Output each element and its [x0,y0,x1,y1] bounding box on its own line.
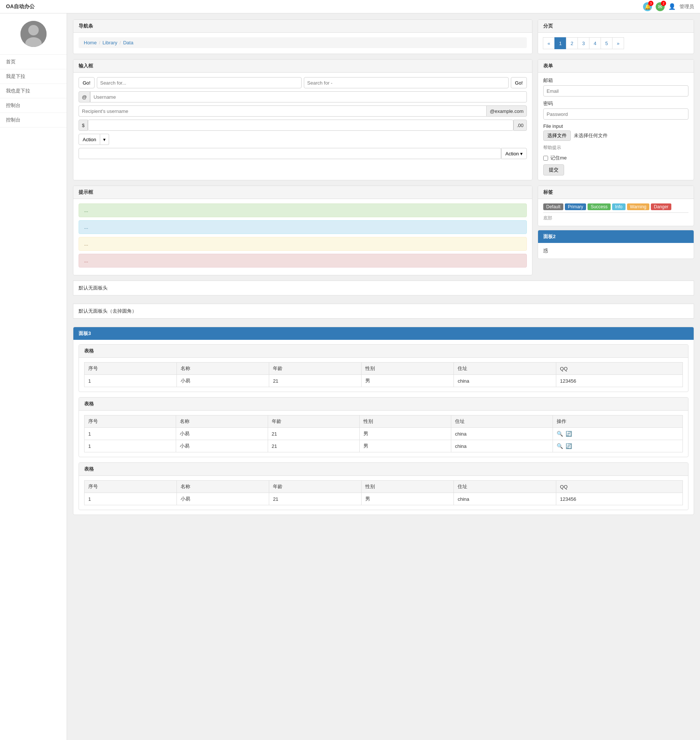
search-op-icon2[interactable]: 🔍 [557,443,563,449]
default-panel1-text: 默认无面板头 [79,285,107,290]
recipient-row: @example.com [79,105,527,116]
breadcrumb-sep1: / [99,40,100,46]
alerts-panel-heading: 提示框 [74,186,532,199]
labels-footer: 底部 [543,215,552,221]
pagination-panel: 分页 « 1 2 3 4 5 » [538,19,694,54]
search-op-icon1[interactable]: 🔍 [557,431,563,437]
panel3-heading: 面板3 [74,327,694,340]
sidebar-item-console2[interactable]: 控制台 [0,113,67,127]
table3-th-gender: 性别 [362,481,454,493]
input-panel-body: Go! Go! @ [74,73,532,167]
alert-warning: ... [79,237,527,251]
sidebar-item-dropdown2[interactable]: 我也是下拉 [0,84,67,98]
go-button1[interactable]: Go! [79,77,94,88]
app-title: OA自动办公 [6,3,35,10]
table2-header-row: 序号 名称 年龄 性别 住址 操作 [85,416,683,428]
search-input2[interactable] [304,77,509,88]
pagination-page3[interactable]: 3 [578,37,590,49]
right-col-labels-panel2: 标签 Default Primary Success Info Warning … [538,186,694,276]
pagination-page5[interactable]: 5 [601,37,613,49]
table2-row1-op: 🔍 🔄 [553,428,682,440]
file-button[interactable]: 选择文件 [543,130,571,141]
tag-success: Success [588,203,610,210]
svg-point-1 [28,25,39,35]
action-input[interactable] [79,148,501,159]
table2-row2-name: 小易 [176,440,268,453]
pagination-page1[interactable]: 1 [555,37,566,49]
table2-row2-sn: 1 [85,440,176,453]
breadcrumb-home[interactable]: Home [84,40,97,46]
bottom-spacer [73,520,694,528]
table3-th-addr: 住址 [454,481,556,493]
pagination-prev[interactable]: « [543,37,555,49]
email-input[interactable] [543,85,688,96]
username-row: @ [79,91,527,102]
file-input-row: 选择文件 未选择任何文件 [543,130,688,141]
table3: 序号 名称 年龄 性别 住址 QQ 1 [84,480,683,505]
go-button2[interactable]: Go! [511,77,527,88]
dollar-addon-left: $ [79,119,88,131]
sidebar-item-console1[interactable]: 控制台 [0,98,67,113]
table-row: 1 小易 21 男 china 123456 [85,493,683,505]
remember-label: 记住me [550,155,567,161]
table2-row1-addr: china [451,428,553,440]
table3-row1-addr: china [454,493,556,505]
table3-row1-sn: 1 [85,493,177,505]
password-group: 密码 [543,100,688,119]
action-caret1[interactable]: ▾ [100,134,109,145]
default-panel2: 默认无面板头（去掉圆角） [73,304,694,318]
table1-row1-gender: 男 [362,375,454,387]
refresh-op-icon2[interactable]: 🔄 [566,443,572,449]
username-input[interactable] [90,91,527,102]
table3-th-age: 年龄 [269,481,362,493]
table2-row2-addr: china [451,440,553,453]
table-row: 1 小易 21 男 china 123456 [85,375,683,387]
message-icon[interactable]: ✉ 2 [656,2,665,11]
refresh-op-icon1[interactable]: 🔄 [566,431,572,437]
table2-panel: 表格 序号 名称 年龄 性别 住址 操作 [79,397,688,457]
recipient-input[interactable] [79,105,486,116]
submit-button[interactable]: 提交 [543,164,564,175]
alert-info: ... [79,220,527,234]
input-panel-heading: 输入框 [74,60,532,73]
remember-checkbox[interactable] [543,156,548,161]
action-button1[interactable]: Action [79,134,100,145]
message-badge: 2 [661,1,666,6]
form-panel: 表单 邮箱 密码 File input 选择文件 [538,59,694,180]
action-button2[interactable]: Action ▾ [501,148,527,159]
table3-th-name: 名称 [177,481,269,493]
table3-row1-name: 小易 [177,493,269,505]
breadcrumb: Home / Library / Data [79,37,527,48]
labels-panel: 标签 Default Primary Success Info Warning … [538,186,694,226]
breadcrumb-library[interactable]: Library [102,40,117,46]
sidebar-item-home[interactable]: 首页 [0,55,67,69]
table2-row2-gender: 男 [359,440,451,453]
table2-th-op: 操作 [553,416,682,428]
pagination-page2[interactable]: 2 [566,37,578,49]
table1-row1-sn: 1 [85,375,177,387]
table3-th-qq: QQ [556,481,683,493]
tag-info: Info [612,203,625,210]
pagination-next[interactable]: » [613,37,624,49]
table3-heading: 表格 [79,463,688,476]
avatar [21,21,47,47]
table3-header-row: 序号 名称 年龄 性别 住址 QQ [85,481,683,493]
alerts-panel-body: ... ... ... ... [74,199,532,275]
table1-row1-qq: 123456 [556,375,683,387]
panel2-heading: 面板2 [538,230,694,243]
table2-row1-name: 小易 [176,428,268,440]
table2-row1-age: 21 [268,428,359,440]
sidebar-item-dropdown1[interactable]: 我是下拉 [0,69,67,84]
dollar-input[interactable] [88,119,513,131]
password-input[interactable] [543,108,688,119]
notification-icon[interactable]: 🔔 3 [643,2,652,11]
breadcrumb-data[interactable]: Data [123,40,133,46]
table2-th-addr: 住址 [451,416,553,428]
pagination-page4[interactable]: 4 [590,37,601,49]
file-no-file: 未选择任何文件 [574,132,608,139]
labels-panel-heading: 标签 [538,186,694,199]
input-panel: 输入框 Go! Go! @ [73,59,532,180]
table1-th-qq: QQ [556,363,683,375]
search-input1[interactable] [97,77,301,88]
panel3-body: 表格 序号 名称 年龄 性别 住址 QQ [74,340,694,514]
